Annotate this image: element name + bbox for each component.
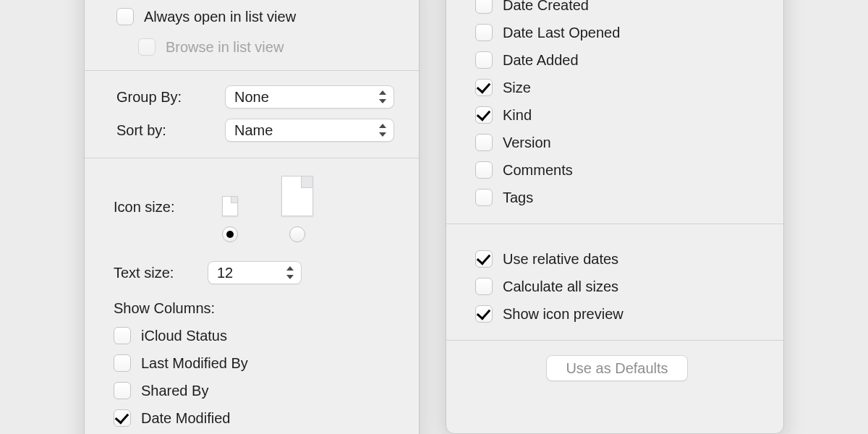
column-date-last-opened-label: Date Last Opened bbox=[503, 25, 620, 41]
column-version-checkbox[interactable] bbox=[475, 134, 493, 151]
sort-by-value: Name bbox=[234, 122, 273, 139]
browse-in-list-label: Browse in list view bbox=[166, 39, 284, 56]
column-kind-checkbox[interactable] bbox=[475, 106, 493, 124]
column-last-modified-by-checkbox[interactable] bbox=[114, 354, 131, 372]
always-open-label: Always open in list view bbox=[144, 9, 296, 25]
column-kind-label: Kind bbox=[503, 107, 532, 124]
extra-options-section: Use relative datesCalculate all sizesSho… bbox=[446, 224, 783, 340]
column-date-last-opened-checkbox[interactable] bbox=[475, 24, 493, 41]
file-icon bbox=[222, 196, 238, 216]
column-tags-checkbox[interactable] bbox=[475, 189, 493, 206]
column-version-row: Version bbox=[475, 134, 759, 151]
view-options-right-panel: Date CreatedDate Last OpenedDate AddedSi… bbox=[446, 0, 784, 434]
column-tags-label: Tags bbox=[503, 190, 533, 206]
column-comments-row: Comments bbox=[475, 161, 759, 179]
column-date-added-checkbox[interactable] bbox=[475, 51, 493, 69]
option-relative-dates-row: Use relative dates bbox=[475, 250, 759, 268]
column-date-added-label: Date Added bbox=[503, 52, 579, 69]
sort-by-label: Sort by: bbox=[116, 122, 225, 139]
column-date-created-row: Date Created bbox=[475, 0, 759, 14]
option-calculate-sizes-checkbox[interactable] bbox=[475, 278, 493, 295]
column-date-modified-checkbox[interactable] bbox=[114, 409, 131, 427]
updown-icon bbox=[379, 90, 388, 103]
column-version-label: Version bbox=[503, 135, 551, 151]
column-size-checkbox[interactable] bbox=[475, 79, 493, 96]
icon-text-columns-section: Icon size: Text size: 12 Show Columns: i… bbox=[85, 158, 419, 434]
use-as-defaults-button[interactable]: Use as Defaults bbox=[546, 355, 687, 381]
option-show-icon-preview-label: Show icon preview bbox=[503, 306, 624, 323]
use-as-defaults-label: Use as Defaults bbox=[566, 360, 668, 377]
updown-icon bbox=[286, 266, 295, 279]
sort-by-select[interactable]: Name bbox=[225, 119, 394, 142]
option-show-icon-preview-checkbox[interactable] bbox=[475, 305, 493, 323]
column-shared-by-label: Shared By bbox=[141, 383, 208, 399]
column-tags-row: Tags bbox=[475, 189, 759, 206]
group-by-label: Group By: bbox=[116, 89, 225, 106]
icon-size-small-radio[interactable] bbox=[222, 226, 238, 242]
option-relative-dates-checkbox[interactable] bbox=[475, 250, 493, 268]
column-date-added-row: Date Added bbox=[475, 51, 759, 69]
column-shared-by-checkbox[interactable] bbox=[114, 382, 131, 399]
column-comments-label: Comments bbox=[503, 162, 573, 179]
text-size-select[interactable]: 12 bbox=[208, 261, 302, 284]
column-last-modified-by-row: Last Modified By bbox=[114, 354, 394, 372]
browse-in-list-checkbox bbox=[138, 38, 156, 56]
footer-section: Use as Defaults bbox=[446, 341, 783, 399]
file-icon bbox=[281, 176, 313, 216]
view-options-left-panel: Always open in list view Browse in list … bbox=[84, 0, 420, 434]
option-relative-dates-label: Use relative dates bbox=[503, 251, 618, 268]
column-date-created-label: Date Created bbox=[503, 0, 589, 14]
column-last-modified-by-label: Last Modified By bbox=[141, 355, 248, 372]
text-size-value: 12 bbox=[217, 265, 233, 281]
column-icloud-status-checkbox[interactable] bbox=[114, 327, 131, 344]
icon-size-large-radio[interactable] bbox=[289, 226, 305, 242]
column-date-created-checkbox[interactable] bbox=[475, 0, 493, 14]
text-size-label: Text size: bbox=[114, 265, 195, 281]
always-open-checkbox[interactable] bbox=[116, 8, 134, 25]
group-sort-section: Group By: None Sort by: Name bbox=[85, 71, 419, 158]
icon-size-label: Icon size: bbox=[114, 176, 222, 216]
view-mode-section: Always open in list view Browse in list … bbox=[85, 0, 419, 70]
show-columns-header: Show Columns: bbox=[114, 300, 394, 317]
group-by-select[interactable]: None bbox=[225, 85, 394, 109]
column-kind-row: Kind bbox=[475, 106, 759, 124]
option-calculate-sizes-row: Calculate all sizes bbox=[475, 278, 759, 295]
group-by-value: None bbox=[234, 89, 269, 106]
column-date-modified-label: Date Modified bbox=[141, 410, 230, 427]
column-icloud-status-row: iCloud Status bbox=[114, 327, 394, 344]
column-size-label: Size bbox=[503, 80, 531, 96]
column-date-modified-row: Date Modified bbox=[114, 409, 394, 427]
updown-icon bbox=[379, 124, 388, 137]
column-date-last-opened-row: Date Last Opened bbox=[475, 24, 759, 41]
column-shared-by-row: Shared By bbox=[114, 382, 394, 399]
column-icloud-status-label: iCloud Status bbox=[141, 328, 227, 344]
columns-list-section: Date CreatedDate Last OpenedDate AddedSi… bbox=[446, 0, 783, 224]
column-comments-checkbox[interactable] bbox=[475, 161, 493, 179]
option-calculate-sizes-label: Calculate all sizes bbox=[503, 278, 618, 295]
option-show-icon-preview-row: Show icon preview bbox=[475, 305, 759, 323]
column-size-row: Size bbox=[475, 79, 759, 96]
